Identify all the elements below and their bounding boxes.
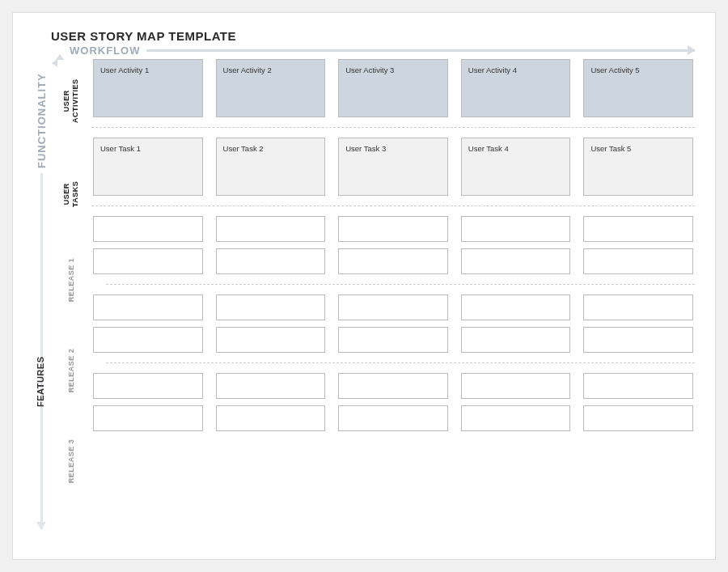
task-card[interactable]: User Task 3 (338, 138, 448, 196)
release-1-label: RELEASE 1 (67, 248, 75, 312)
activity-card[interactable]: User Activity 5 (583, 59, 693, 117)
feature-card[interactable] (583, 327, 693, 353)
release-3-label: RELEASE 3 (67, 429, 75, 494)
activities-row: User Activity 1 User Activity 2 User Act… (91, 59, 695, 117)
release-2-label: RELEASE 2 (67, 338, 75, 403)
release-2-row-b (91, 327, 695, 353)
feature-card[interactable] (93, 294, 203, 320)
feature-card[interactable] (93, 248, 203, 274)
activity-card[interactable]: User Activity 3 (338, 59, 448, 117)
tasks-row: User Task 1 User Task 2 User Task 3 User… (91, 138, 695, 196)
feature-card[interactable] (583, 294, 693, 320)
feature-card[interactable] (338, 405, 448, 431)
workflow-arrow-icon (146, 49, 695, 52)
feature-card[interactable] (461, 405, 571, 431)
task-card[interactable]: User Task 2 (216, 138, 326, 196)
feature-card[interactable] (461, 327, 571, 353)
page-title: USER STORY MAP TEMPLATE (51, 29, 695, 43)
feature-card[interactable] (583, 405, 693, 431)
feature-card[interactable] (338, 294, 448, 320)
divider (91, 127, 695, 128)
feature-card[interactable] (338, 373, 448, 399)
feature-card[interactable] (338, 216, 448, 242)
feature-card[interactable] (461, 294, 571, 320)
feature-card[interactable] (216, 373, 326, 399)
feature-card[interactable] (338, 327, 448, 353)
feature-card[interactable] (216, 327, 326, 353)
workflow-axis: WORKFLOW (70, 44, 695, 57)
feature-card[interactable] (93, 373, 203, 399)
functionality-arrow-icon (40, 173, 43, 529)
task-card[interactable]: User Task 5 (583, 138, 693, 196)
release-1-row-b (91, 248, 695, 274)
feature-card[interactable] (461, 373, 571, 399)
task-card[interactable]: User Task 4 (461, 138, 571, 196)
release-3-row-a (91, 373, 695, 399)
feature-card[interactable] (338, 248, 448, 274)
release-1-row-a (91, 216, 695, 242)
activity-card[interactable]: User Activity 1 (93, 59, 203, 117)
workflow-label: WORKFLOW (70, 44, 140, 57)
feature-card[interactable] (461, 216, 571, 242)
divider (91, 205, 695, 206)
feature-card[interactable] (216, 216, 326, 242)
activity-card[interactable]: User Activity 2 (216, 59, 326, 117)
page-container: USER STORY MAP TEMPLATE WORKFLOW FUNCTIO… (12, 12, 716, 560)
functionality-axis: FUNCTIONALITY FEATURES (33, 59, 51, 538)
feature-card[interactable] (216, 405, 326, 431)
feature-card[interactable] (461, 248, 571, 274)
activity-card[interactable]: User Activity 4 (461, 59, 571, 117)
main-grid: FUNCTIONALITY FEATURES USERACTIVITIES US… (33, 59, 695, 538)
section-labels-column: USERACTIVITIES USERTASKS RELEASE 1 RELEA… (51, 59, 91, 538)
release-2-row-a (91, 294, 695, 320)
feature-card[interactable] (583, 248, 693, 274)
task-card[interactable]: User Task 1 (93, 138, 203, 196)
feature-card[interactable] (93, 405, 203, 431)
user-activities-label: USERACTIVITIES (62, 69, 80, 133)
feature-card[interactable] (583, 373, 693, 399)
divider (106, 362, 695, 363)
feature-card[interactable] (583, 216, 693, 242)
divider (106, 284, 695, 285)
feature-card[interactable] (216, 294, 326, 320)
user-tasks-label: USERTASKS (62, 162, 80, 227)
features-label: FEATURES (36, 357, 45, 407)
release-3-row-b (91, 405, 695, 431)
cards-grid: User Activity 1 User Activity 2 User Act… (91, 59, 695, 538)
feature-card[interactable] (216, 248, 326, 274)
feature-card[interactable] (93, 216, 203, 242)
functionality-label: FUNCTIONALITY (36, 73, 48, 168)
feature-card[interactable] (93, 327, 203, 353)
